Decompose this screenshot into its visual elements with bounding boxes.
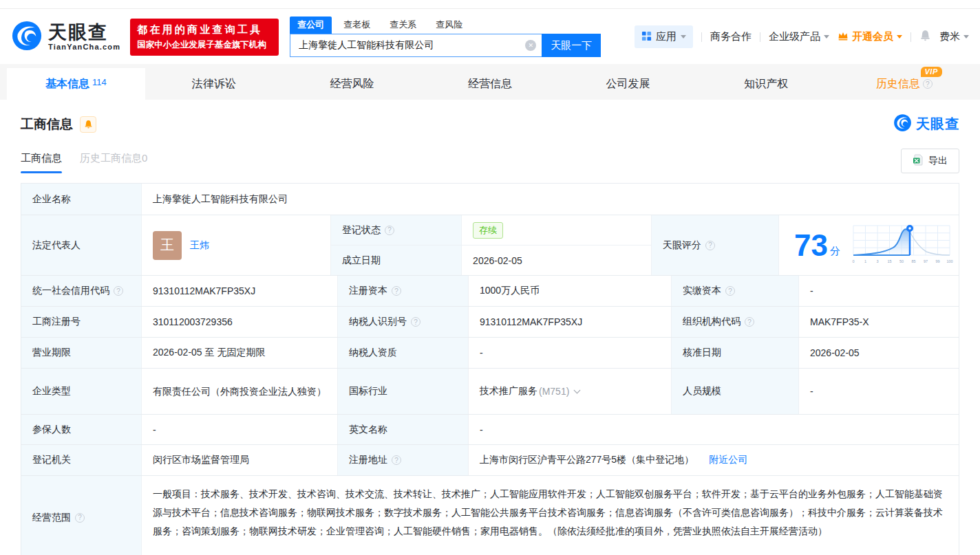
promo-banner: 都在用的商业查询工具 国家中小企业发展子基金旗下机构 <box>130 19 279 56</box>
tab-label: 历史信息 <box>876 78 920 89</box>
credit-code-value: 91310112MAK7FP35XJ <box>142 276 338 306</box>
help-icon[interactable]: ? <box>392 286 401 296</box>
subtab-history-business-info[interactable]: 历史工商信息0 <box>80 152 147 173</box>
tab-count: 114 <box>92 77 107 87</box>
help-icon[interactable]: ? <box>392 455 401 465</box>
field-label: 成立日期 <box>331 246 462 275</box>
field-label: 国标行业 <box>338 369 469 414</box>
svg-text:3: 3 <box>876 259 878 263</box>
field-label: 营业期限 <box>21 338 142 368</box>
field-label: 实缴资本 ? <box>672 276 799 306</box>
help-icon[interactable]: ? <box>923 79 933 89</box>
business-scope-label: 经营范围 <box>32 512 71 524</box>
tab-label: 公司发展 <box>606 77 650 91</box>
reg-authority-value: 闵行区市场监督管理局 <box>142 445 338 475</box>
org-code-value: MAK7FP35-X <box>799 307 959 337</box>
field-label: 纳税人资质 <box>338 338 469 368</box>
logo-subtitle: TianYanCha.com <box>48 43 120 51</box>
avatar[interactable]: 王 <box>153 231 182 260</box>
app-grid-icon <box>641 31 652 43</box>
header-nav: 应用 商务合作 企业级产品 开通会员 <box>635 25 969 48</box>
help-icon[interactable]: ? <box>385 226 394 235</box>
chevron-down-icon <box>963 35 969 41</box>
help-icon[interactable]: ? <box>725 286 735 296</box>
tianyancha-logo-icon <box>11 20 43 54</box>
tianyan-score[interactable]: 73 分 <box>779 215 959 275</box>
subtab-business-info[interactable]: 工商信息 <box>21 152 62 173</box>
score-label: 天眼评分 <box>663 239 701 252</box>
tab-label: 基本信息 <box>45 77 89 91</box>
score-chart: 0131550859799100 <box>850 223 953 268</box>
export-label: 导出 <box>928 155 948 167</box>
field-label: 企业类型 <box>21 369 142 414</box>
field-label: 参保人数 <box>21 415 142 444</box>
logo-title: 天眼查 <box>48 23 120 42</box>
help-icon[interactable]: ? <box>114 286 123 296</box>
search-button[interactable]: 天眼一下 <box>542 34 601 57</box>
vip-badge: VIP <box>921 67 942 77</box>
tab-legal-litigation[interactable]: 法律诉讼 <box>145 68 284 100</box>
nav-user-menu[interactable]: 费米 <box>939 30 969 43</box>
nearby-companies-link[interactable]: 附近公司 <box>709 454 747 466</box>
help-icon[interactable]: ? <box>745 317 754 327</box>
field-label: 企业名称 <box>21 184 142 215</box>
apps-menu[interactable]: 应用 <box>635 25 693 48</box>
nav-open-vip[interactable]: 开通会员 <box>838 30 902 43</box>
tab-label: 经营风险 <box>330 77 374 91</box>
field-label: 统一社会信用代码 ? <box>21 276 142 306</box>
tab-history-info[interactable]: 历史信息 VIP ? <box>835 68 973 100</box>
crown-icon <box>838 31 849 43</box>
staff-size-value: - <box>799 369 959 414</box>
search-input[interactable] <box>299 40 525 51</box>
tab-intellectual-property[interactable]: 知识产权 <box>697 68 835 100</box>
search-tabs: 查公司 查老板 查关系 查风险 <box>290 17 601 34</box>
search-tab-risk[interactable]: 查风险 <box>428 17 470 34</box>
search-tab-boss[interactable]: 查老板 <box>336 17 378 34</box>
field-label: 工商注册号 <box>21 307 142 337</box>
svg-text:85: 85 <box>911 259 915 263</box>
tianyancha-logo[interactable]: 天眼查 TianYanCha.com <box>11 20 120 54</box>
industry-value[interactable]: 技术推广服务 (M751) <box>469 369 672 414</box>
field-label: 注册地址 ? <box>338 445 469 475</box>
vip-label: 开通会员 <box>852 30 893 43</box>
company-name-value: 上海擎徙人工智能科技有限公司 <box>142 184 959 215</box>
chevron-down-icon <box>824 35 829 41</box>
site-header: 天眼查 TianYanCha.com 都在用的商业查询工具 国家中小企业发展子基… <box>0 9 980 64</box>
help-icon[interactable]: ? <box>411 317 420 327</box>
tab-label: 经营信息 <box>468 77 512 91</box>
username: 费米 <box>939 30 960 43</box>
table-row: 统一社会信用代码 ? 91310112MAK7FP35XJ 注册资本 ? 100… <box>21 276 959 307</box>
field-label: 纳税人识别号 ? <box>338 307 469 337</box>
notification-bell-icon[interactable] <box>919 30 931 44</box>
tab-operation-risk[interactable]: 经营风险 <box>283 68 421 100</box>
clear-search-icon[interactable]: ✕ <box>525 40 536 51</box>
svg-text:1: 1 <box>864 259 866 263</box>
reg-capital-value: 1000万人民币 <box>469 276 672 306</box>
field-label: 人员规模 <box>672 369 799 414</box>
monitor-bell-button[interactable] <box>80 116 96 133</box>
tab-basic-info[interactable]: 基本信息 114 <box>7 68 145 100</box>
search-tab-relation[interactable]: 查关系 <box>382 17 424 34</box>
help-icon[interactable]: ? <box>705 241 715 250</box>
nav-enterprise-products[interactable]: 企业级产品 <box>769 30 829 43</box>
help-icon[interactable]: ? <box>75 513 85 523</box>
bell-icon <box>84 120 93 129</box>
svg-text:99: 99 <box>935 259 939 263</box>
industry-name: 技术推广服务 <box>480 385 537 398</box>
banner-line1: 都在用的商业查询工具 <box>137 23 272 36</box>
field-label: 登记状态 ? <box>331 215 462 245</box>
score-value: 73 <box>794 230 828 261</box>
industry-code: (M751) <box>539 386 569 397</box>
search-tab-company[interactable]: 查公司 <box>290 17 332 34</box>
tab-operation-info[interactable]: 经营信息 <box>421 68 560 100</box>
table-row: 企业类型 有限责任公司（外商投资企业法人独资） 国标行业 技术推广服务 (M75… <box>21 369 959 415</box>
nav-business-cooperation[interactable]: 商务合作 <box>710 30 752 43</box>
taxpayer-id-label: 纳税人识别号 <box>349 316 407 328</box>
field-label: 登记机关 <box>21 445 142 475</box>
legal-rep-link[interactable]: 王炜 <box>190 239 209 252</box>
credit-code-label: 统一社会信用代码 <box>32 285 109 297</box>
export-button[interactable]: 导出 <box>901 149 959 173</box>
paid-capital-value: - <box>799 276 959 306</box>
chevron-down-icon[interactable] <box>574 387 581 394</box>
tab-company-development[interactable]: 公司发展 <box>559 68 697 100</box>
